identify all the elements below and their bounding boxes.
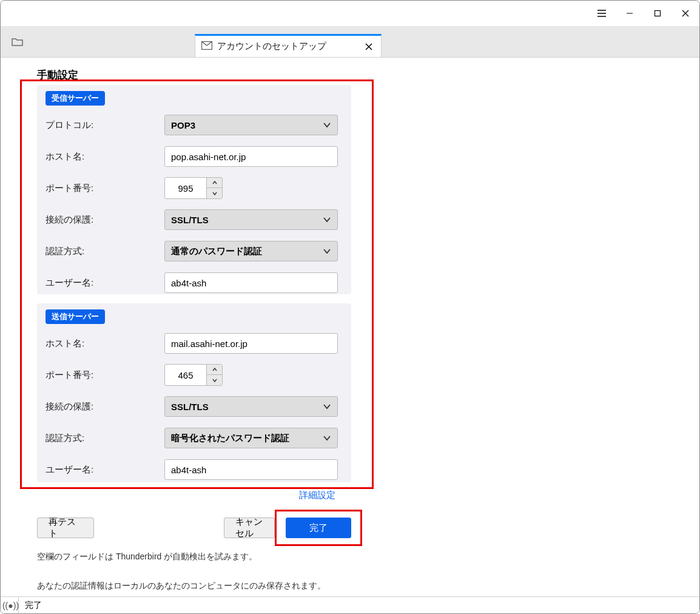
- outgoing-port-value: 465: [165, 370, 206, 380]
- outgoing-hostname-label: ホスト名:: [45, 338, 164, 349]
- mail-setup-icon: [201, 41, 212, 52]
- chevron-down-icon: [323, 434, 331, 442]
- chevron-down-icon: [212, 379, 217, 382]
- incoming-server-panel: 受信サーバー プロトコル: POP3 ホスト名: pop.asahi-net.o…: [37, 85, 351, 294]
- chevron-down-icon: [212, 192, 217, 195]
- incoming-port-down[interactable]: [207, 188, 222, 198]
- incoming-username-label: ユーザー名:: [45, 277, 164, 289]
- incoming-hostname-label: ホスト名:: [45, 151, 164, 163]
- incoming-protocol-value: POP3: [171, 120, 195, 130]
- close-button[interactable]: [671, 1, 699, 26]
- outgoing-security-select[interactable]: SSL/TLS: [164, 396, 338, 417]
- incoming-username-input[interactable]: ab4t-ash: [164, 272, 338, 293]
- incoming-port-value: 995: [165, 183, 206, 194]
- app-menu-button[interactable]: [588, 1, 616, 26]
- window-titlebar: [1, 1, 699, 26]
- note-credentials: あなたの認証情報はローカルのあなたのコンピュータにのみ保存されます。: [37, 581, 326, 592]
- retest-button[interactable]: 再テスト: [37, 518, 94, 538]
- tab-account-setup[interactable]: アカウントのセットアップ: [195, 34, 382, 57]
- incoming-hostname-input[interactable]: pop.asahi-net.or.jp: [164, 146, 338, 167]
- outgoing-auth-label: 認証方式:: [45, 433, 164, 444]
- outgoing-username-value: ab4t-ash: [171, 465, 206, 475]
- minimize-button[interactable]: [616, 1, 644, 26]
- outgoing-username-input[interactable]: ab4t-ash: [164, 459, 338, 480]
- outgoing-auth-select[interactable]: 暗号化されたパスワード認証: [164, 428, 338, 448]
- svg-rect-4: [655, 11, 661, 16]
- cancel-button[interactable]: キャンセル: [224, 518, 275, 538]
- chevron-down-icon: [323, 121, 331, 129]
- tab-strip: アカウントのセットアップ: [1, 26, 699, 58]
- incoming-security-label: 接続の保護:: [45, 214, 164, 226]
- folder-icon[interactable]: [12, 37, 24, 49]
- incoming-port-stepper[interactable]: 995: [164, 177, 223, 199]
- outgoing-badge: 送信サーバー: [45, 309, 105, 324]
- incoming-protocol-select[interactable]: POP3: [164, 115, 338, 135]
- incoming-security-value: SSL/TLS: [171, 215, 209, 225]
- outgoing-port-label: ポート番号:: [45, 369, 164, 381]
- incoming-auth-select[interactable]: 通常のパスワード認証: [164, 241, 338, 261]
- note-autodetect: 空欄のフィールドは Thunderbird が自動検出を試みます。: [37, 552, 257, 562]
- incoming-security-select[interactable]: SSL/TLS: [164, 209, 338, 230]
- outgoing-port-up[interactable]: [207, 365, 222, 375]
- chevron-up-icon: [212, 368, 217, 371]
- incoming-username-value: ab4t-ash: [171, 278, 206, 288]
- outgoing-security-value: SSL/TLS: [171, 402, 209, 412]
- chevron-down-icon: [323, 215, 331, 224]
- status-broadcast-icon[interactable]: ((●)): [3, 597, 19, 613]
- content-area: 手動設定 受信サーバー プロトコル: POP3 ホスト名: pop.asahi-…: [1, 58, 699, 596]
- maximize-button[interactable]: [644, 1, 671, 26]
- chevron-down-icon: [323, 247, 331, 255]
- outgoing-port-down[interactable]: [207, 375, 222, 385]
- manual-config-heading: 手動設定: [37, 68, 78, 82]
- outgoing-auth-value: 暗号化されたパスワード認証: [171, 433, 289, 444]
- outgoing-hostname-input[interactable]: mail.asahi-net.or.jp: [164, 333, 338, 354]
- incoming-auth-value: 通常のパスワード認証: [171, 246, 262, 257]
- outgoing-username-label: ユーザー名:: [45, 464, 164, 476]
- chevron-down-icon: [323, 402, 331, 411]
- tab-title: アカウントのセットアップ: [217, 41, 358, 52]
- incoming-badge: 受信サーバー: [45, 91, 105, 106]
- button-row: 再テスト キャンセル 完了: [37, 518, 351, 538]
- chevron-up-icon: [212, 181, 217, 184]
- incoming-hostname-value: pop.asahi-net.or.jp: [171, 152, 246, 162]
- incoming-port-label: ポート番号:: [45, 183, 164, 194]
- tab-close-button[interactable]: [363, 41, 375, 53]
- status-text: 完了: [25, 600, 42, 611]
- outgoing-port-stepper[interactable]: 465: [164, 364, 223, 386]
- status-bar: ((●)) 完了: [1, 596, 699, 613]
- outgoing-hostname-value: mail.asahi-net.or.jp: [171, 339, 247, 349]
- outgoing-server-panel: 送信サーバー ホスト名: mail.asahi-net.or.jp ポート番号:…: [37, 303, 351, 482]
- incoming-port-up[interactable]: [207, 178, 222, 188]
- done-button[interactable]: 完了: [286, 518, 351, 538]
- incoming-protocol-label: プロトコル:: [45, 120, 164, 131]
- advanced-settings-link[interactable]: 詳細設定: [299, 490, 335, 501]
- outgoing-security-label: 接続の保護:: [45, 401, 164, 413]
- incoming-auth-label: 認証方式:: [45, 246, 164, 257]
